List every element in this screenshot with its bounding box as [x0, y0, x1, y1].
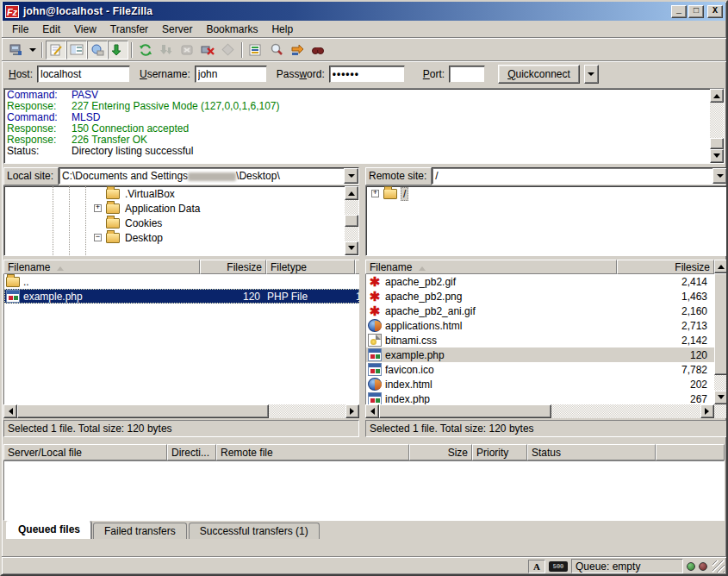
remote-horizontal-scrollbar[interactable] [365, 404, 714, 418]
queue-body[interactable] [3, 460, 725, 521]
file-row[interactable]: favicon.ico7,782 [366, 362, 714, 377]
file-row[interactable]: ✱apache_pb2.gif2,414 [366, 274, 714, 289]
tree-item-root[interactable]: + / [366, 186, 727, 201]
local-path-combobox[interactable]: C:\Documents and Settings\Desktop\ [59, 167, 359, 185]
quickconnect-button[interactable]: Quickconnect [498, 65, 580, 84]
menu-edit[interactable]: Edit [35, 22, 67, 37]
php-file-icon [368, 392, 382, 404]
disconnect-button[interactable] [197, 41, 218, 59]
refresh-button[interactable] [135, 41, 156, 59]
process-queue-button[interactable] [156, 41, 177, 59]
synchronized-browsing-button[interactable] [287, 41, 308, 59]
collapse-minus-icon[interactable]: − [94, 234, 102, 241]
html-file-icon [368, 319, 382, 332]
pane-splitter[interactable] [359, 260, 365, 418]
scrollbar-thumb[interactable] [379, 404, 551, 418]
column-filesize[interactable]: Filesize [200, 260, 266, 274]
tree-item-desktop[interactable]: − Desktop [4, 230, 345, 245]
file-row-parent-dir[interactable]: .. [4, 274, 359, 289]
filezilla-logo-icon[interactable]: Fz [5, 5, 19, 18]
tab-queued-files[interactable]: Queued files [7, 521, 91, 539]
log-line: Response:227 Entering Passive Mode (127,… [4, 101, 710, 112]
scroll-left-button[interactable] [365, 404, 379, 418]
column-filename[interactable]: Filename [365, 260, 617, 274]
scrollbar-thumb[interactable] [345, 215, 358, 227]
file-row[interactable]: ✱apache_pb2_ani.gif2,160 [366, 304, 714, 318]
menu-file[interactable]: File [5, 22, 35, 37]
expand-plus-icon[interactable]: + [94, 204, 102, 212]
column-filesize[interactable]: Filesize [617, 260, 714, 274]
scroll-right-button[interactable] [700, 404, 714, 418]
local-path-dropdown[interactable] [344, 168, 358, 184]
scroll-up-button[interactable] [714, 260, 728, 273]
host-input[interactable] [37, 66, 130, 83]
close-button[interactable]: X [707, 5, 723, 18]
remote-path-combobox[interactable]: / [432, 167, 728, 185]
toggle-message-log-button[interactable] [46, 41, 66, 59]
scrollbar-thumb[interactable] [714, 273, 728, 375]
menu-help[interactable]: Help [264, 22, 300, 37]
username-input[interactable] [195, 66, 267, 83]
column-server-local-file[interactable]: Server/Local file [3, 444, 167, 460]
scroll-right-button[interactable] [345, 404, 359, 418]
scroll-left-button[interactable] [3, 404, 17, 418]
log-scrollbar[interactable] [710, 89, 724, 163]
tab-successful-transfers[interactable]: Successful transfers (1) [189, 523, 320, 539]
find-files-button[interactable] [308, 41, 328, 59]
file-row[interactable]: index.php267 [366, 391, 714, 404]
site-manager-dropdown[interactable] [26, 41, 39, 59]
scroll-down-button[interactable] [714, 391, 728, 404]
compare-directories-button[interactable] [266, 41, 287, 59]
arrow-up-icon [348, 188, 355, 196]
minimize-button[interactable]: _ [671, 5, 687, 18]
local-tree-scrollbar[interactable] [345, 186, 358, 255]
cancel-button[interactable] [177, 41, 197, 59]
quickconnect-dropdown[interactable] [584, 65, 599, 84]
file-row[interactable]: ✱apache_pb2.png1,463 [366, 289, 714, 304]
site-manager-button[interactable] [5, 41, 26, 59]
file-row[interactable]: applications.html2,713 [366, 318, 714, 333]
menu-transfer[interactable]: Transfer [103, 22, 155, 37]
reconnect-button[interactable] [218, 41, 239, 59]
resize-grip[interactable] [712, 560, 725, 573]
file-row-selected[interactable]: example.php 120 PHP File 1 [4, 289, 359, 304]
menu-server[interactable]: Server [155, 22, 199, 37]
scrollbar-thumb[interactable] [710, 138, 724, 149]
scrollbar-thumb[interactable] [17, 404, 269, 418]
menu-bookmarks[interactable]: Bookmarks [199, 22, 264, 37]
pane-splitter[interactable] [359, 167, 365, 256]
tree-item-application-data[interactable]: + Application Data [4, 201, 345, 216]
file-row[interactable]: bitnami.css2,142 [366, 333, 714, 347]
transfer-queue: Server/Local file Directi... Remote file… [3, 444, 725, 539]
scroll-up-button[interactable] [345, 186, 358, 200]
maximize-button[interactable]: □ [688, 5, 704, 18]
remote-vertical-scrollbar[interactable] [714, 260, 728, 418]
data-type-indicator[interactable]: A [528, 560, 545, 573]
tree-item-virtualbox[interactable]: .VirtualBox [4, 186, 345, 201]
column-status[interactable]: Status [527, 444, 656, 460]
scroll-up-button[interactable] [710, 89, 724, 103]
tree-item-cookies[interactable]: Cookies [4, 216, 345, 230]
expand-plus-icon[interactable]: + [371, 190, 379, 197]
port-input[interactable] [449, 66, 485, 83]
file-row[interactable]: index.html202 [366, 377, 714, 391]
filter-button[interactable] [246, 41, 266, 59]
toggle-remote-tree-button[interactable] [87, 41, 108, 59]
toggle-queue-button[interactable] [108, 41, 128, 59]
column-remote-file[interactable]: Remote file [216, 444, 409, 460]
toggle-local-tree-button[interactable] [66, 41, 87, 59]
scroll-down-button[interactable] [345, 241, 358, 255]
local-horizontal-scrollbar[interactable] [3, 404, 359, 418]
column-priority[interactable]: Priority [472, 444, 527, 460]
speed-limit-icon[interactable]: 500 [549, 561, 568, 572]
tab-failed-transfers[interactable]: Failed transfers [93, 523, 187, 539]
password-input[interactable] [329, 66, 405, 83]
file-row-selected[interactable]: example.php120 [366, 347, 714, 362]
column-filename[interactable]: Filename [3, 260, 200, 274]
column-size[interactable]: Size [409, 444, 472, 460]
menu-view[interactable]: View [67, 22, 103, 37]
column-filetype[interactable]: Filetype [266, 260, 355, 274]
scroll-down-button[interactable] [710, 149, 724, 163]
column-direction[interactable]: Directi... [167, 444, 216, 460]
remote-path-dropdown[interactable] [712, 168, 727, 184]
